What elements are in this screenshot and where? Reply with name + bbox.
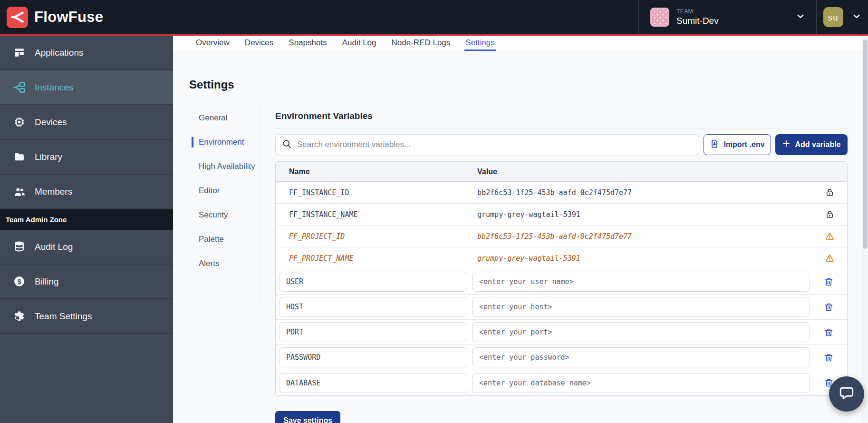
env-var-name: FF_INSTANCE_ID bbox=[276, 188, 471, 197]
search-box bbox=[275, 134, 699, 155]
chip-icon bbox=[13, 116, 26, 128]
env-var-value-input[interactable] bbox=[472, 297, 810, 317]
search-icon bbox=[282, 139, 292, 151]
user-avatar: su bbox=[823, 7, 843, 27]
column-header-value: Value bbox=[471, 167, 812, 176]
env-var-name: FF_INSTANCE_NAME bbox=[276, 210, 471, 219]
tab-snapshots[interactable]: Snapshots bbox=[288, 36, 328, 51]
team-selector[interactable]: TEAM: Sumit-Dev bbox=[638, 0, 817, 34]
brand[interactable]: FlowFuse bbox=[0, 7, 103, 28]
table-row: FF_INSTANCE_ID bb2f6c53-1f25-453b-aafd-0… bbox=[276, 182, 847, 204]
table-row bbox=[276, 345, 847, 370]
search-input[interactable] bbox=[297, 140, 693, 149]
sidebar-item-audit-log[interactable]: Audit Log bbox=[0, 230, 173, 265]
import-env-label: Import .env bbox=[723, 140, 764, 149]
settings-nav: General Environment High Availability Ed… bbox=[189, 102, 260, 307]
sidebar-item-label: Team Settings bbox=[35, 311, 92, 322]
tab-settings[interactable]: Settings bbox=[464, 36, 495, 51]
env-var-value-input[interactable] bbox=[472, 322, 810, 342]
sidebar-item-team-settings[interactable]: Team Settings bbox=[0, 299, 173, 334]
document-download-icon bbox=[710, 139, 719, 150]
column-header-name: Name bbox=[276, 167, 471, 176]
table-header: Name Value bbox=[276, 162, 847, 182]
app-header: FlowFuse TEAM: Sumit-Dev su bbox=[0, 0, 868, 34]
save-settings-button[interactable]: Save settings bbox=[275, 411, 340, 423]
tab-overview[interactable]: Overview bbox=[195, 36, 231, 51]
settings-nav-alerts[interactable]: Alerts bbox=[192, 258, 260, 269]
sidebar-item-billing[interactable]: $ Billing bbox=[0, 265, 173, 299]
env-var-name-input[interactable] bbox=[279, 297, 467, 317]
env-var-value-input[interactable] bbox=[472, 272, 810, 292]
env-var-value: grumpy-grey-wagtail-5391 bbox=[471, 254, 812, 263]
team-avatar bbox=[650, 8, 669, 27]
instances-icon bbox=[13, 81, 26, 94]
sidebar-item-label: Devices bbox=[35, 117, 67, 128]
sidebar-item-label: Applications bbox=[35, 48, 83, 58]
env-var-value: bb2f6c53-1f25-453b-aafd-0c2f475d7e77 bbox=[471, 232, 812, 241]
gear-icon bbox=[13, 310, 26, 323]
database-icon bbox=[13, 240, 26, 253]
env-var-value-input[interactable] bbox=[472, 347, 810, 367]
users-icon bbox=[13, 185, 26, 198]
table-row bbox=[276, 295, 847, 320]
applications-icon bbox=[13, 46, 26, 59]
tab-devices[interactable]: Devices bbox=[244, 36, 274, 51]
team-name: Sumit-Dev bbox=[676, 16, 719, 26]
svg-text:$: $ bbox=[17, 278, 21, 285]
import-env-button[interactable]: Import .env bbox=[704, 134, 771, 155]
delete-variable-button[interactable] bbox=[810, 327, 847, 337]
sidebar-item-label: Members bbox=[35, 187, 72, 197]
table-row: FF_INSTANCE_NAME grumpy-grey-wagtail-539… bbox=[276, 204, 847, 226]
env-var-value-input[interactable] bbox=[472, 373, 810, 393]
delete-variable-button[interactable] bbox=[810, 302, 847, 312]
env-var-name-input[interactable] bbox=[279, 347, 467, 367]
table-row bbox=[276, 370, 847, 395]
env-variables-table: Name Value FF_INSTANCE_ID bb2f6c53-1f25-… bbox=[275, 161, 848, 396]
settings-nav-environment[interactable]: Environment bbox=[192, 137, 260, 148]
add-variable-label: Add variable bbox=[795, 140, 840, 149]
team-admin-zone-label: Team Admin Zone bbox=[0, 209, 173, 230]
sidebar-item-label: Library bbox=[35, 152, 62, 162]
sidebar-item-instances[interactable]: Instances bbox=[0, 70, 173, 105]
tab-node-red-logs[interactable]: Node-RED Logs bbox=[391, 36, 452, 51]
sidebar-item-members[interactable]: Members bbox=[0, 175, 173, 209]
table-row: FF_PROJECT_NAME grumpy-grey-wagtail-5391 bbox=[276, 247, 847, 269]
settings-page: Settings General Environment High Availa… bbox=[173, 51, 862, 423]
sidebar-item-applications[interactable]: Applications bbox=[0, 36, 173, 70]
env-var-name-input[interactable] bbox=[279, 373, 467, 393]
instance-tabbar: Overview Devices Snapshots Audit Log Nod… bbox=[173, 36, 862, 51]
env-var-name-input[interactable] bbox=[279, 322, 467, 342]
chat-launcher-button[interactable] bbox=[829, 376, 864, 412]
sidebar-item-devices[interactable]: Devices bbox=[0, 105, 173, 140]
sidebar-item-label: Billing bbox=[35, 276, 59, 287]
add-variable-button[interactable]: Add variable bbox=[775, 134, 848, 155]
page-scrollbar[interactable] bbox=[862, 36, 868, 423]
settings-nav-general[interactable]: General bbox=[192, 113, 260, 123]
user-menu[interactable]: su bbox=[817, 0, 868, 34]
sidebar-item-library[interactable]: Library bbox=[0, 140, 173, 175]
lock-icon bbox=[812, 209, 847, 219]
flowfuse-logo-icon bbox=[7, 7, 28, 28]
warning-icon bbox=[812, 231, 847, 241]
sidebar: Applications Instances Devices Library M… bbox=[0, 36, 173, 423]
table-row: FF_PROJECT_ID bb2f6c53-1f25-453b-aafd-0c… bbox=[276, 226, 847, 247]
table-row bbox=[276, 320, 847, 345]
tab-audit-log[interactable]: Audit Log bbox=[341, 36, 377, 51]
sidebar-item-label: Instances bbox=[35, 82, 73, 93]
delete-variable-button[interactable] bbox=[810, 353, 847, 363]
brand-name: FlowFuse bbox=[34, 9, 103, 26]
chat-bubble-icon bbox=[839, 385, 855, 403]
env-var-name: FF_PROJECT_ID bbox=[276, 232, 471, 241]
settings-nav-palette[interactable]: Palette bbox=[192, 234, 260, 245]
env-var-name-input[interactable] bbox=[279, 272, 467, 292]
env-var-name: FF_PROJECT_NAME bbox=[276, 254, 471, 263]
sidebar-item-label: Audit Log bbox=[35, 242, 73, 252]
delete-variable-button[interactable] bbox=[810, 277, 847, 287]
settings-nav-high-availability[interactable]: High Availability bbox=[192, 161, 260, 172]
team-label: TEAM: bbox=[676, 8, 719, 15]
chevron-down-icon bbox=[795, 11, 806, 23]
settings-nav-editor[interactable]: Editor bbox=[192, 186, 260, 196]
env-var-value: bb2f6c53-1f25-453b-aafd-0c2f475d7e77 bbox=[471, 188, 812, 197]
scrollbar-thumb[interactable] bbox=[863, 39, 868, 249]
settings-nav-security[interactable]: Security bbox=[192, 210, 260, 220]
